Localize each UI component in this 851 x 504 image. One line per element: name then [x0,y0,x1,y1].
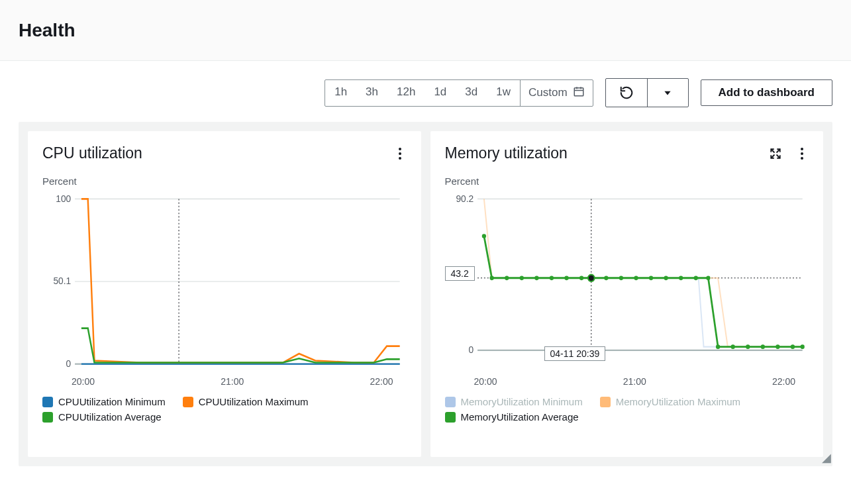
svg-point-38 [579,276,583,280]
cpu-plot[interactable]: 100 50.1 0 [42,192,407,371]
svg-text:0: 0 [468,344,474,355]
refresh-button[interactable] [606,79,647,107]
legend-cpu-avg[interactable]: CPUUtilization Average [42,411,162,423]
cpu-legend: CPUUtilization Minimum CPUUtilization Ma… [42,396,407,423]
time-range-3h[interactable]: 3h [356,80,387,106]
svg-point-51 [776,344,779,349]
legend-cpu-min[interactable]: CPUUtilization Minimum [42,396,166,407]
svg-point-44 [679,276,683,280]
refresh-group [605,78,689,107]
calendar-icon [573,85,585,101]
svg-point-53 [800,344,804,349]
swatch-icon [600,397,611,407]
add-to-dashboard-button[interactable]: Add to dashboard [701,79,832,106]
memory-plot[interactable]: 43.2 04-11 20:39 90.2 0 [445,192,809,371]
svg-point-43 [664,276,668,280]
svg-point-49 [746,344,750,349]
time-range-custom[interactable]: Custom [520,80,593,106]
svg-point-32 [489,276,493,280]
svg-point-37 [564,276,568,280]
memory-panel-title: Memory utilization [445,144,568,162]
time-range-1w[interactable]: 1w [487,80,520,106]
svg-marker-7 [664,91,670,95]
time-range-1d[interactable]: 1d [425,80,456,106]
svg-point-24 [801,157,803,160]
memory-xticks: 20:00 21:00 22:00 [445,376,809,387]
swatch-icon [445,397,456,407]
svg-text:90.2: 90.2 [456,193,474,203]
legend-cpu-max[interactable]: CPUUtilization Maximum [183,396,309,407]
cpu-panel-title: CPU utilization [42,144,142,162]
memory-legend: MemoryUtilization Minimum MemoryUtilizat… [445,396,809,423]
svg-point-10 [399,157,401,160]
swatch-icon [183,397,193,407]
header: Health [0,0,851,61]
svg-text:50.1: 50.1 [53,276,71,286]
time-range-custom-label: Custom [528,86,568,99]
resize-handle-icon: ◢ [822,450,831,465]
swatch-icon [42,412,53,423]
svg-text:100: 100 [56,193,71,203]
svg-point-42 [648,276,652,280]
svg-point-39 [604,276,608,280]
svg-point-46 [706,276,710,280]
memory-ylabel: Percent [445,176,809,187]
svg-point-33 [505,276,509,280]
cpu-ylabel: Percent [42,176,407,187]
svg-point-34 [519,276,523,280]
svg-point-9 [399,152,401,155]
cpu-panel: CPU utilization Percent 100 50.1 0 [28,131,421,457]
svg-point-8 [399,148,401,150]
memory-panel-menu-button[interactable] [795,147,809,160]
swatch-icon [42,397,53,407]
legend-mem-max[interactable]: MemoryUtilization Maximum [600,396,740,407]
svg-point-36 [549,276,553,280]
svg-point-48 [730,344,734,349]
expand-button[interactable] [769,147,782,160]
svg-rect-0 [574,87,583,95]
time-range-3d[interactable]: 3d [456,80,487,106]
svg-point-45 [693,276,697,280]
svg-point-23 [801,152,803,155]
svg-point-47 [715,344,719,349]
svg-point-52 [790,344,794,349]
time-range-12h[interactable]: 12h [387,80,425,106]
controls-row: 1h 3h 12h 1d 3d 1w Custom Add to dashboa… [0,61,851,107]
page-title: Health [19,20,75,41]
cpu-panel-menu-button[interactable] [393,147,407,160]
svg-text:0: 0 [66,358,72,368]
svg-point-31 [481,234,485,238]
svg-point-41 [634,276,638,280]
legend-mem-avg[interactable]: MemoryUtilization Average [445,411,579,423]
svg-point-35 [534,276,538,280]
svg-point-40 [619,276,623,280]
swatch-icon [445,412,456,423]
svg-point-22 [801,148,803,150]
svg-point-50 [760,344,764,349]
time-range-1h[interactable]: 1h [325,80,356,106]
svg-point-54 [587,275,594,281]
legend-mem-min[interactable]: MemoryUtilization Minimum [445,396,583,407]
cpu-xticks: 20:00 21:00 22:00 [42,376,407,387]
memory-panel: Memory utilization Percent 43.2 04-11 20… [430,131,824,457]
refresh-dropdown-button[interactable] [647,79,688,107]
time-range-group: 1h 3h 12h 1d 3d 1w Custom [325,79,593,107]
panels-container: CPU utilization Percent 100 50.1 0 [19,122,832,466]
